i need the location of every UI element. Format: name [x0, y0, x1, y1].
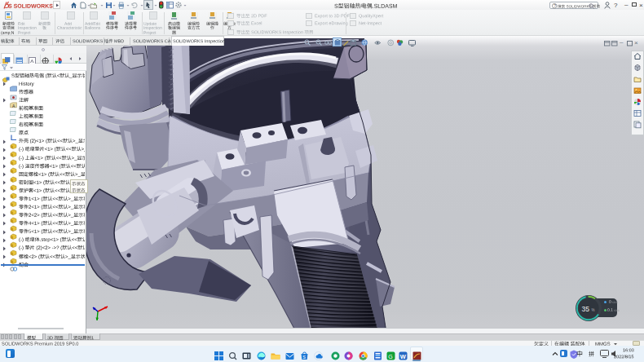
svg-text:G: G [388, 354, 392, 360]
svg-text:35: 35 [582, 305, 590, 313]
svg-text:%: % [592, 308, 595, 312]
svg-text:S: S [302, 355, 306, 360]
svg-text:W: W [400, 353, 407, 360]
svg-text:?: ? [554, 3, 556, 8]
